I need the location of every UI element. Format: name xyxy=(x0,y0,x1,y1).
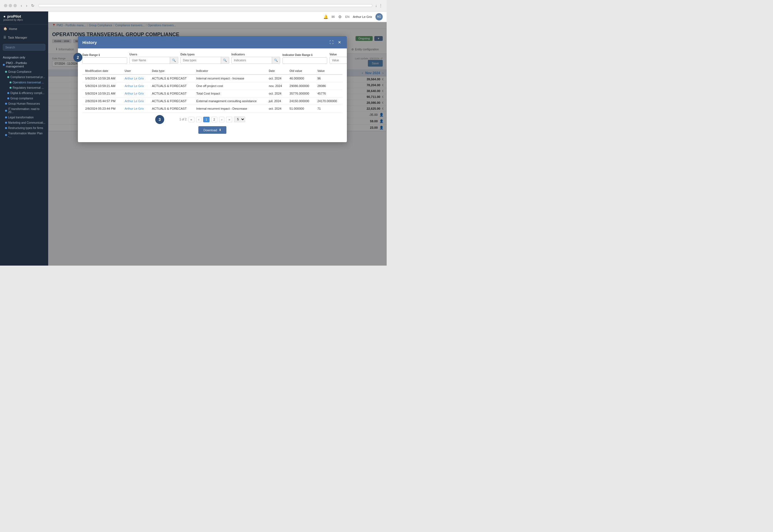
tree-item-marketing[interactable]: Marketing and Communicati... xyxy=(0,120,48,125)
user-link-1[interactable]: Arthur Le Grix xyxy=(125,84,144,88)
tree-label: IT transformation: road to 20... xyxy=(8,107,45,114)
browser-actions: ↓ ⋮ xyxy=(375,3,383,8)
user-link-4[interactable]: Arthur Le Grix xyxy=(125,107,144,110)
cell-indicator-0: Internal recurrent impact - Increase xyxy=(194,74,266,82)
user-link-0[interactable]: Arthur Le Grix xyxy=(125,77,144,80)
tree-item-restructuring[interactable]: Restructuring types for firms xyxy=(0,125,48,131)
dot-icon xyxy=(5,103,7,105)
page-1-button[interactable]: 1 xyxy=(203,117,209,122)
tree-item-legal[interactable]: Legal transformation xyxy=(0,115,48,120)
cell-old-value-0: 46.000000 xyxy=(287,74,314,82)
tree-item-group-compliance-2[interactable]: Group compliance xyxy=(0,96,48,101)
modal-expand-button[interactable]: ⛶ xyxy=(328,39,335,45)
cell-indicator-3: External management consulting assistanc… xyxy=(194,97,266,105)
tree-label: PMO - Portfolio management xyxy=(6,61,45,68)
cell-data-type-2: ACTUALS & FORECAST xyxy=(149,90,193,97)
date-range-filter-input[interactable] xyxy=(82,57,127,64)
history-modal: History ⛶ ✕ Date Range xyxy=(78,36,347,142)
sidebar-item-taskmanager[interactable]: ☰ Task Manager xyxy=(0,33,48,42)
dot-icon xyxy=(5,110,7,112)
indicators-filter-wrapper: 🔍 xyxy=(232,57,280,64)
users-filter-input[interactable] xyxy=(130,57,170,64)
tree-label: Group Human Resources xyxy=(8,102,40,105)
sidebar-tree: Assignation only PMO - Portfolio managem… xyxy=(0,53,48,266)
col-date: Date xyxy=(266,68,287,74)
cell-old-value-3: 24150.000000 xyxy=(287,97,314,105)
user-avatar[interactable]: AG xyxy=(375,13,383,20)
url-bar[interactable] xyxy=(38,4,372,7)
cell-date-1: nov. 2024 xyxy=(266,82,287,90)
search-input[interactable] xyxy=(3,44,45,51)
col-value: Value xyxy=(315,68,342,74)
indicators-search-icon-button[interactable]: 🔍 xyxy=(272,57,280,64)
page-size-select[interactable]: 5 xyxy=(234,116,245,122)
page-prev-button[interactable]: ‹ xyxy=(196,117,202,122)
cell-date-0: oct. 2024 xyxy=(266,74,287,82)
cell-indicator-1: One off project cost xyxy=(194,82,266,90)
logo-label: proPilot xyxy=(7,14,21,18)
tree-item-transformation-master[interactable]: Transformation Master Plan -... xyxy=(0,131,48,139)
indicator-date-range-input[interactable] xyxy=(283,57,327,64)
tree-item-compliance-transversal[interactable]: Compliance transversal pr... xyxy=(0,74,48,80)
history-table-header-row: Modification date User Data type Indicat… xyxy=(82,68,342,74)
cell-value-0: 96 xyxy=(315,74,342,82)
page-first-button[interactable]: « xyxy=(188,117,195,122)
user-name[interactable]: Arthur Le Grix xyxy=(353,15,372,18)
users-filter-wrapper: 🔍 xyxy=(129,57,178,64)
cell-mod-date-2: 5/8/2024 10:59:21 AM xyxy=(82,90,122,97)
dot-icon xyxy=(7,92,9,94)
users-search-icon-button[interactable]: 🔍 xyxy=(170,57,178,64)
history-table: Modification date User Data type Indicat… xyxy=(82,68,342,113)
user-link-2[interactable]: Arthur Le Grix xyxy=(125,92,144,95)
browser-menu-button[interactable]: ⋮ xyxy=(379,3,383,8)
cell-old-value-4: 51.000000 xyxy=(287,105,314,113)
forward-button[interactable]: › xyxy=(25,3,29,8)
logo-sub: powered by dfpro xyxy=(3,18,45,21)
cell-data-type-0: ACTUALS & FORECAST xyxy=(149,74,193,82)
modal-header: History ⛶ ✕ xyxy=(78,36,347,48)
browser-chrome: ‹ › ↻ ↓ ⋮ xyxy=(0,0,387,11)
download-button[interactable]: Download ⬇ xyxy=(199,126,227,134)
logo-text: ● proPilot xyxy=(3,14,45,18)
tree-item-operations-transversal[interactable]: Operations transversal ... xyxy=(0,80,48,85)
tree-label: Assignation only xyxy=(3,56,25,59)
notification-icon[interactable]: 🔔 xyxy=(323,15,328,19)
data-types-filter-input[interactable] xyxy=(181,57,221,64)
tree-item-regulatory-transversal[interactable]: Regulatory transversal ... xyxy=(0,85,48,90)
mail-icon[interactable]: ✉ xyxy=(331,15,335,19)
date-range-filter-label: Date Range xyxy=(82,53,98,57)
page-next-button[interactable]: › xyxy=(219,117,225,122)
refresh-button[interactable]: ↻ xyxy=(30,3,36,8)
indicators-filter-input[interactable] xyxy=(232,57,272,64)
filter-date-range-label: Date Range ℹ xyxy=(82,53,127,57)
download-browser-button[interactable]: ↓ xyxy=(375,3,377,8)
page-last-button[interactable]: » xyxy=(226,117,232,122)
user-link-3[interactable]: Arthur Le Grix xyxy=(125,99,144,103)
filter-indicators-label: Indicators xyxy=(232,53,280,56)
cell-user-3: Arthur Le Grix xyxy=(122,97,149,105)
table-row-1: 5/8/2024 10:59:21 AM Arthur Le Grix ACTU… xyxy=(82,82,342,90)
settings-icon[interactable]: ⚙ xyxy=(338,15,342,19)
tree-item-it-transformation[interactable]: IT transformation: road to 20... xyxy=(0,106,48,115)
info-icon-indicator-date: ℹ xyxy=(311,53,312,57)
cell-old-value-1: 29086.000000 xyxy=(287,82,314,90)
cell-mod-date-3: 2/8/2024 05:44:57 PM xyxy=(82,97,122,105)
cell-date-4: oct. 2024 xyxy=(266,105,287,113)
logo-icon: ● xyxy=(3,14,6,18)
tree-item-digital-efficiency[interactable]: Digital & efficiency compli... xyxy=(0,90,48,96)
language-selector[interactable]: EN xyxy=(345,15,349,18)
sidebar-item-home[interactable]: 🏠 Home xyxy=(0,24,48,33)
cell-user-1: Arthur Le Grix xyxy=(122,82,149,90)
data-types-search-icon-button[interactable]: 🔍 xyxy=(221,57,229,64)
value-filter-input[interactable] xyxy=(330,57,347,64)
page-2-button[interactable]: 2 xyxy=(211,117,218,122)
tree-item-group-hr[interactable]: Group Human Resources xyxy=(0,101,48,106)
tree-item-pmo[interactable]: PMO - Portfolio management xyxy=(0,60,48,69)
back-button[interactable]: ‹ xyxy=(20,3,23,8)
cell-user-2: Arthur Le Grix xyxy=(122,90,149,97)
cell-mod-date-4: 2/8/2024 05:23:44 PM xyxy=(82,105,122,113)
tree-item-group-compliance[interactable]: Group Compliance xyxy=(0,69,48,74)
tree-item-assignation[interactable]: Assignation only xyxy=(0,55,48,60)
modal-close-button[interactable]: ✕ xyxy=(337,39,342,45)
pagination: 1 of 2 « ‹ 1 2 › » 5 xyxy=(82,113,342,126)
